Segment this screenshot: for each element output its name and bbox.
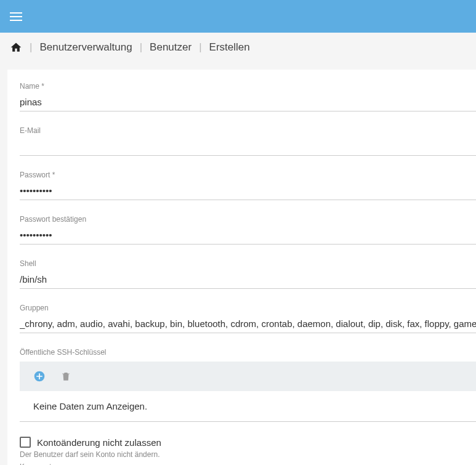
disallow-change-label: Kontoänderung nicht zulassen <box>37 437 161 448</box>
ssh-section: Öffentliche SSH-Schlüssel Keine Daten zu… <box>20 348 476 422</box>
breadcrumb-sep: | <box>199 41 201 54</box>
breadcrumb-sep: | <box>30 41 32 54</box>
groups-field: Gruppen <box>20 304 476 333</box>
breadcrumb-item[interactable]: Benutzerverwaltung <box>39 41 132 54</box>
name-input[interactable] <box>20 93 476 111</box>
form-card: Name * E-Mail Passwort * Passwort bestät… <box>7 70 476 465</box>
password-label: Passwort * <box>20 171 476 179</box>
email-field: E-Mail <box>20 126 476 156</box>
ssh-empty-text: Keine Daten zum Anzeigen. <box>20 391 476 422</box>
shell-field: Shell <box>20 259 476 289</box>
disallow-change-helper: Der Benutzer darf sein Konto nicht änder… <box>20 450 476 459</box>
breadcrumb-item[interactable]: Erstellen <box>209 41 250 54</box>
password-input[interactable] <box>20 182 476 200</box>
ssh-label: Öffentliche SSH-Schlüssel <box>20 348 476 357</box>
disallow-change-checkbox[interactable] <box>20 437 31 448</box>
trash-icon[interactable] <box>60 370 71 382</box>
breadcrumb-sep: | <box>140 41 142 54</box>
password-confirm-field: Passwort bestätigen <box>20 215 476 245</box>
home-icon[interactable] <box>10 41 22 54</box>
groups-input[interactable] <box>20 315 476 333</box>
comment-label: Kommentar <box>20 463 476 465</box>
password-confirm-input[interactable] <box>20 226 476 245</box>
disallow-change-row: Kontoänderung nicht zulassen <box>20 437 476 448</box>
shell-input[interactable] <box>20 270 476 289</box>
name-label: Name * <box>20 82 476 91</box>
breadcrumb-item[interactable]: Benutzer <box>150 41 192 54</box>
plus-circle-icon[interactable] <box>33 370 46 382</box>
shell-label: Shell <box>20 259 476 268</box>
name-field: Name * <box>20 82 476 111</box>
top-bar <box>0 0 476 33</box>
hamburger-icon[interactable] <box>10 12 22 21</box>
email-label: E-Mail <box>20 126 476 135</box>
password-confirm-label: Passwort bestätigen <box>20 215 476 224</box>
breadcrumb: | Benutzerverwaltung | Benutzer | Erstel… <box>0 33 476 62</box>
password-field: Passwort * <box>20 171 476 200</box>
groups-label: Gruppen <box>20 304 476 312</box>
email-input[interactable] <box>20 137 476 156</box>
ssh-toolbar <box>20 362 476 391</box>
